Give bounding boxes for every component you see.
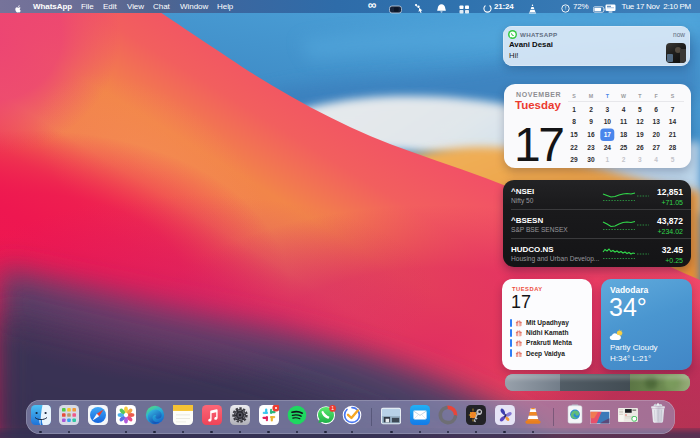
svg-text:30: 30 <box>587 156 595 163</box>
svg-text:12: 12 <box>636 118 644 125</box>
svg-text:S: S <box>572 93 576 99</box>
svg-text:19: 19 <box>636 131 644 138</box>
svg-text:T: T <box>606 93 610 99</box>
svg-text:5: 5 <box>671 156 675 163</box>
svg-text:27: 27 <box>653 144 661 151</box>
svg-text:18: 18 <box>620 131 628 138</box>
svg-text:16: 16 <box>587 131 595 138</box>
svg-text:3: 3 <box>638 156 642 163</box>
svg-text:14: 14 <box>669 118 677 125</box>
svg-text:4: 4 <box>622 106 626 113</box>
svg-text:11: 11 <box>620 118 627 125</box>
svg-text:T: T <box>638 93 642 99</box>
svg-text:!: ! <box>565 5 567 11</box>
svg-text:2: 2 <box>589 106 593 113</box>
svg-text:21: 21 <box>669 131 677 138</box>
svg-text:25: 25 <box>620 144 628 151</box>
svg-text:9: 9 <box>589 118 593 125</box>
svg-text:W: W <box>621 93 626 99</box>
svg-text:1: 1 <box>605 156 609 163</box>
svg-text:17: 17 <box>604 131 612 138</box>
svg-text:S: S <box>671 93 675 99</box>
svg-text:28: 28 <box>669 144 677 151</box>
svg-text:20: 20 <box>653 131 661 138</box>
svg-text:29: 29 <box>570 156 578 163</box>
svg-text:22: 22 <box>570 144 578 151</box>
svg-text:15: 15 <box>570 131 578 138</box>
svg-text:8: 8 <box>572 118 576 125</box>
svg-text:3: 3 <box>605 106 609 113</box>
svg-text:4: 4 <box>654 156 658 163</box>
svg-text:2: 2 <box>622 156 626 163</box>
svg-text:26: 26 <box>636 144 644 151</box>
svg-text:7: 7 <box>671 106 675 113</box>
svg-text:F: F <box>655 93 659 99</box>
svg-text:10: 10 <box>604 118 612 125</box>
svg-text:24: 24 <box>604 144 612 151</box>
svg-text:M: M <box>589 93 594 99</box>
svg-text:6: 6 <box>654 106 658 113</box>
svg-text:23: 23 <box>587 144 595 151</box>
svg-text:13: 13 <box>653 118 661 125</box>
svg-text:5: 5 <box>638 106 642 113</box>
svg-text:1: 1 <box>572 106 576 113</box>
